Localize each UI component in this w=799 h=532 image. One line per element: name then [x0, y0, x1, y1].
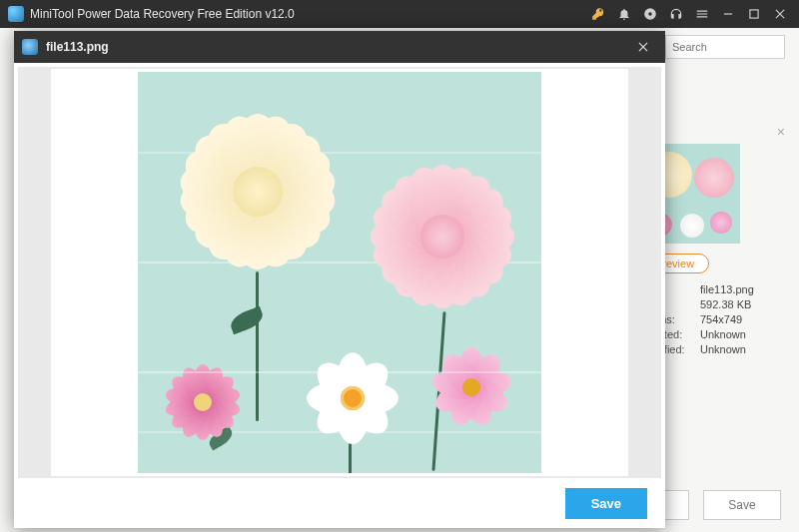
meta-modified-value: Unknown [700, 343, 746, 355]
app-titlebar: MiniTool Power Data Recovery Free Editio… [0, 0, 799, 28]
window-maximize-button[interactable] [741, 0, 767, 28]
panel-close-icon[interactable]: × [777, 124, 785, 140]
modal-close-button[interactable] [629, 31, 657, 63]
meta-dim-value: 754x749 [700, 313, 742, 325]
modal-body [18, 67, 661, 478]
modal-footer: Save [14, 478, 665, 528]
image-frame [51, 69, 628, 476]
bg-secondary-button[interactable] [663, 490, 689, 520]
meta-name-value: file113.png [700, 283, 754, 295]
modal-save-button[interactable]: Save [565, 488, 647, 519]
meta-created-value: Unknown [700, 328, 746, 340]
disc-icon[interactable] [637, 0, 663, 28]
bell-icon[interactable] [611, 0, 637, 28]
modal-file-icon [22, 39, 38, 55]
svg-rect-1 [750, 10, 758, 18]
modal-header: file113.png [14, 31, 665, 63]
window-minimize-button[interactable] [715, 0, 741, 28]
window-close-button[interactable] [767, 0, 793, 28]
meta-size-value: 592.38 KB [700, 298, 751, 310]
menu-icon[interactable] [689, 0, 715, 28]
upgrade-key-icon[interactable] [585, 0, 611, 28]
app-logo-icon [8, 6, 24, 22]
modal-title: file113.png [46, 40, 629, 54]
app-title: MiniTool Power Data Recovery Free Editio… [30, 7, 295, 21]
headphones-icon[interactable] [663, 0, 689, 28]
search-input[interactable] [665, 35, 785, 59]
bg-save-button[interactable]: Save [703, 490, 781, 520]
image-preview-modal: file113.png S [14, 31, 665, 528]
preview-image [138, 72, 541, 473]
